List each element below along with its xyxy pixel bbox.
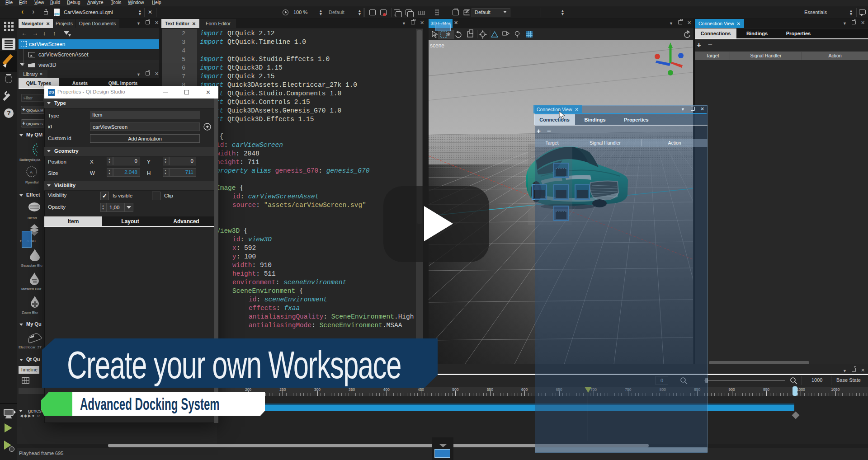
svg-text:A: A [30, 170, 33, 174]
